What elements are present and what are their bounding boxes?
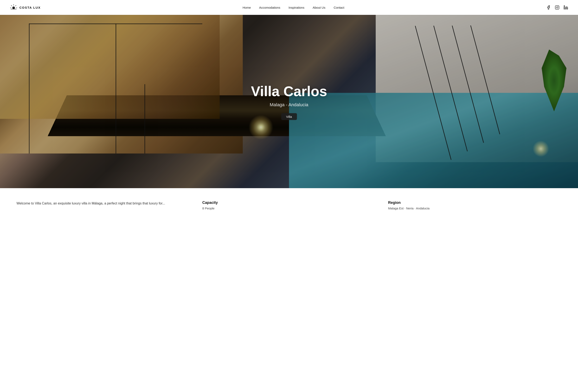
content-section: Welcome to Villa Carlos, an exquisite lu… — [0, 188, 578, 218]
svg-line-4 — [11, 5, 12, 6]
brand-logo-area[interactable]: COSTA LUX — [10, 4, 41, 11]
capacity-value: 8 People — [202, 207, 376, 210]
nav-home[interactable]: Home — [242, 6, 251, 9]
brand-name: COSTA LUX — [19, 6, 41, 9]
nav-links: Home Accomodations Inspirations About Us… — [242, 6, 344, 9]
nav-accomodations[interactable]: Accomodations — [259, 6, 280, 9]
nav-about-us[interactable]: About Us — [313, 6, 325, 9]
svg-point-9 — [558, 6, 558, 7]
logo-icon — [10, 4, 17, 11]
linkedin-icon[interactable] — [564, 5, 568, 10]
hero-section: Villa Carlos Malaga - Andalucia Villa — [0, 15, 578, 188]
content-capacity: Capacity 8 People — [202, 201, 376, 210]
region-label: Region — [388, 201, 562, 205]
hero-title: Villa Carlos — [251, 83, 327, 99]
facebook-icon[interactable] — [546, 5, 551, 10]
svg-point-11 — [564, 5, 565, 6]
nav-contact[interactable]: Contact — [334, 6, 344, 9]
frame-inner-v — [144, 84, 145, 154]
svg-line-3 — [15, 5, 16, 6]
social-links — [546, 5, 568, 10]
content-description: Welcome to Villa Carlos, an exquisite lu… — [16, 201, 190, 210]
nav-inspirations[interactable]: Inspirations — [289, 6, 304, 9]
hero-subtitle: Malaga - Andalucia — [251, 102, 327, 107]
instagram-icon[interactable] — [555, 5, 559, 10]
capacity-label: Capacity — [202, 201, 376, 205]
hero-badge[interactable]: Villa — [281, 113, 297, 120]
description-text: Welcome to Villa Carlos, an exquisite lu… — [16, 201, 190, 206]
region-value: Malaga Est · Neria · Andalucia — [388, 207, 562, 210]
svg-rect-7 — [555, 5, 559, 9]
svg-point-8 — [556, 7, 558, 8]
frame-left-v — [29, 24, 30, 154]
frame-mid-v — [116, 24, 116, 154]
hero-content: Villa Carlos Malaga - Andalucia Villa — [251, 83, 327, 120]
svg-rect-10 — [564, 7, 565, 9]
navbar: COSTA LUX Home Accomodations Inspiration… — [0, 0, 578, 15]
content-region: Region Malaga Est · Neria · Andalucia — [388, 201, 562, 210]
svg-point-1 — [12, 7, 15, 9]
